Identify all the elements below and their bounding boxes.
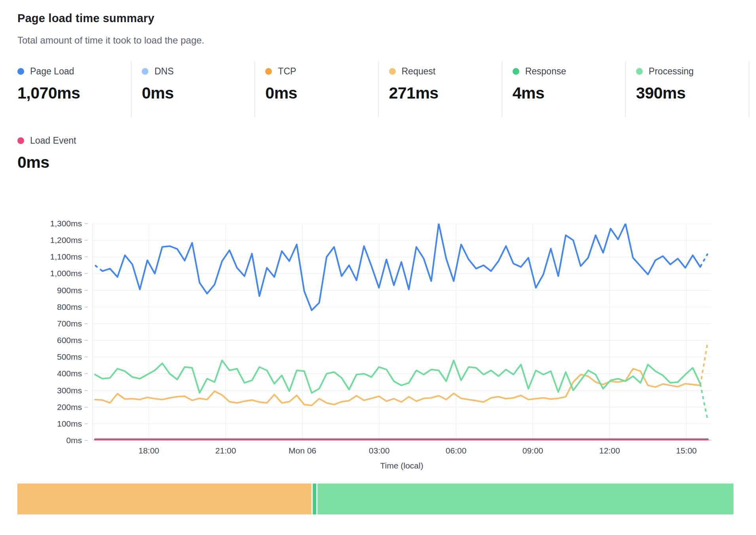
legend-dot-icon bbox=[389, 68, 396, 75]
page-title: Page load time summary bbox=[17, 12, 154, 25]
legend-dot-icon bbox=[142, 68, 148, 75]
stat-label: Processing bbox=[649, 66, 694, 77]
y-tick-mark bbox=[84, 373, 88, 374]
y-tick-mark bbox=[84, 273, 88, 274]
y-tick-label: 1,000ms bbox=[23, 268, 82, 279]
y-tick-label: 300ms bbox=[23, 385, 82, 396]
stat-value: 0ms bbox=[142, 84, 255, 102]
y-tick-label: 1,300ms bbox=[23, 218, 82, 229]
y-tick-mark bbox=[84, 340, 88, 341]
stat-label: Request bbox=[402, 66, 436, 77]
y-tick-mark bbox=[84, 407, 88, 408]
y-tick-mark bbox=[84, 357, 88, 357]
stat-response: Response 4ms bbox=[502, 61, 626, 118]
stat-value: 271ms bbox=[389, 84, 502, 102]
status-timeline-bar[interactable] bbox=[17, 484, 734, 514]
legend-dot-icon bbox=[17, 68, 24, 75]
y-tick-label: 0ms bbox=[23, 435, 82, 446]
y-tick-label: 700ms bbox=[23, 319, 82, 329]
y-tick-label: 200ms bbox=[23, 402, 82, 412]
x-tick-label: 21:00 bbox=[215, 446, 236, 455]
y-tick-mark bbox=[84, 223, 88, 224]
y-tick-mark bbox=[84, 307, 88, 307]
x-tick-label: 15:00 bbox=[676, 446, 697, 455]
stat-label: TCP bbox=[278, 66, 296, 77]
y-tick-label: 900ms bbox=[23, 285, 82, 296]
y-tick-mark bbox=[84, 240, 88, 241]
y-tick-mark bbox=[84, 290, 88, 291]
y-tick-label: 100ms bbox=[23, 419, 82, 429]
page-subtitle: Total amount of time it took to load the… bbox=[17, 35, 204, 46]
stat-processing: Processing 390ms bbox=[626, 61, 749, 118]
x-tick-label: 09:00 bbox=[522, 446, 543, 455]
x-tick-label: 18:00 bbox=[139, 446, 160, 455]
y-tick-mark bbox=[84, 440, 88, 441]
stat-tcp: TCP 0ms bbox=[255, 61, 378, 118]
y-tick-mark bbox=[84, 390, 88, 391]
request-line-dashed-tail bbox=[700, 342, 708, 385]
stat-value: 0ms bbox=[17, 153, 76, 172]
status-segment-1[interactable] bbox=[17, 484, 312, 514]
stat-request: Request 271ms bbox=[379, 61, 502, 118]
y-tick-label: 1,200ms bbox=[23, 235, 82, 245]
legend-dot-icon bbox=[513, 68, 519, 75]
y-tick-mark bbox=[84, 423, 88, 424]
legend-dot-icon bbox=[636, 68, 643, 75]
stat-dns: DNS 0ms bbox=[131, 61, 255, 118]
status-segment-3[interactable] bbox=[317, 484, 733, 514]
stat-label: Page Load bbox=[30, 66, 74, 77]
page-load-line bbox=[103, 224, 700, 310]
stat-value: 390ms bbox=[636, 84, 749, 102]
page-load-line-dashed-lead bbox=[95, 265, 103, 271]
line-chart[interactable] bbox=[92, 224, 712, 440]
y-tick-label: 800ms bbox=[23, 302, 82, 312]
status-segment-2[interactable] bbox=[313, 484, 317, 514]
stat-load-event: Load Event 0ms bbox=[17, 131, 76, 187]
stat-value: 4ms bbox=[513, 84, 625, 102]
stat-label: DNS bbox=[154, 66, 174, 77]
page-load-line-dashed-tail bbox=[700, 254, 708, 267]
y-tick-label: 600ms bbox=[23, 335, 82, 345]
legend-dot-icon bbox=[17, 137, 24, 144]
x-axis-title: Time (local) bbox=[380, 461, 424, 470]
plot-area[interactable] bbox=[92, 224, 712, 440]
stat-value: 1,070ms bbox=[17, 84, 131, 102]
y-tick-label: 500ms bbox=[23, 352, 82, 362]
y-tick-label: 400ms bbox=[23, 368, 82, 379]
metric-legend-row: Page Load 1,070ms DNS 0ms TCP 0ms Reques… bbox=[17, 61, 749, 118]
x-tick-label: 06:00 bbox=[446, 446, 467, 455]
metric-legend-row-2: Load Event 0ms bbox=[17, 131, 176, 187]
stat-label: Response bbox=[525, 66, 566, 77]
x-tick-label: 03:00 bbox=[369, 446, 390, 455]
stat-page-load: Page Load 1,070ms bbox=[17, 61, 131, 118]
y-tick-mark bbox=[84, 256, 88, 257]
x-tick-label: Mon 06 bbox=[289, 446, 316, 455]
page-load-summary-panel: Page load time summary Total amount of t… bbox=[0, 0, 756, 535]
legend-dot-icon bbox=[265, 68, 272, 75]
y-tick-label: 1,100ms bbox=[23, 252, 82, 262]
processing-line-dashed-tail bbox=[700, 384, 708, 421]
y-tick-mark bbox=[84, 323, 88, 324]
x-tick-label: 12:00 bbox=[599, 446, 620, 455]
stat-value: 0ms bbox=[265, 84, 378, 102]
stat-label: Load Event bbox=[30, 135, 76, 146]
